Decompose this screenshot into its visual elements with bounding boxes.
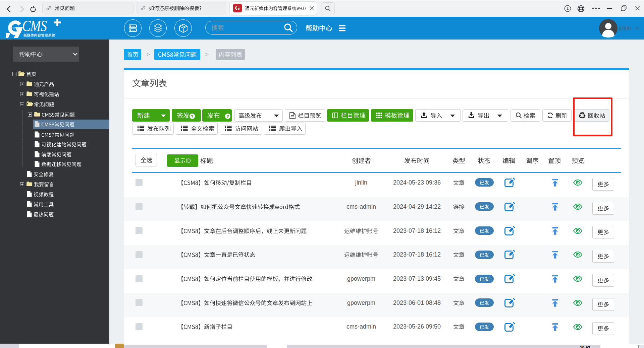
svg-text:power: power bbox=[9, 26, 19, 30]
